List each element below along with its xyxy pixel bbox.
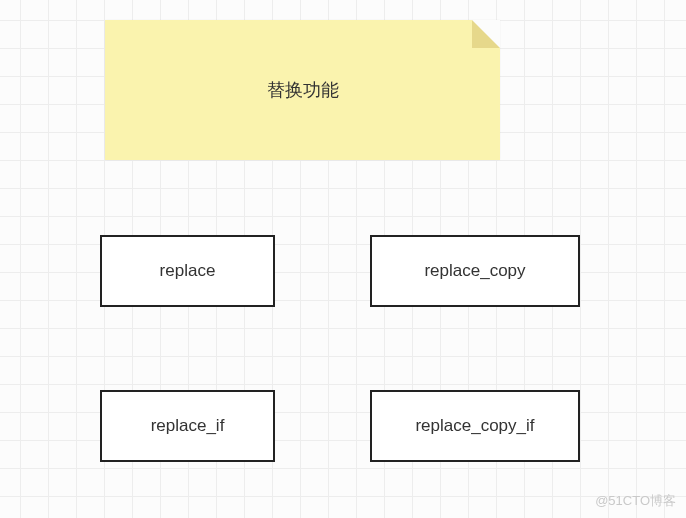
box-replace-copy-if: replace_copy_if <box>370 390 580 462</box>
box-label: replace_if <box>151 416 225 436</box>
sticky-note: 替换功能 <box>105 20 500 160</box>
note-title: 替换功能 <box>267 78 339 102</box>
fold-corner-icon <box>472 20 500 48</box>
watermark: @51CTO博客 <box>595 492 676 510</box>
box-label: replace_copy_if <box>415 416 534 436</box>
box-label: replace <box>160 261 216 281</box>
box-replace-copy: replace_copy <box>370 235 580 307</box>
box-label: replace_copy <box>424 261 525 281</box>
box-replace-if: replace_if <box>100 390 275 462</box>
box-replace: replace <box>100 235 275 307</box>
